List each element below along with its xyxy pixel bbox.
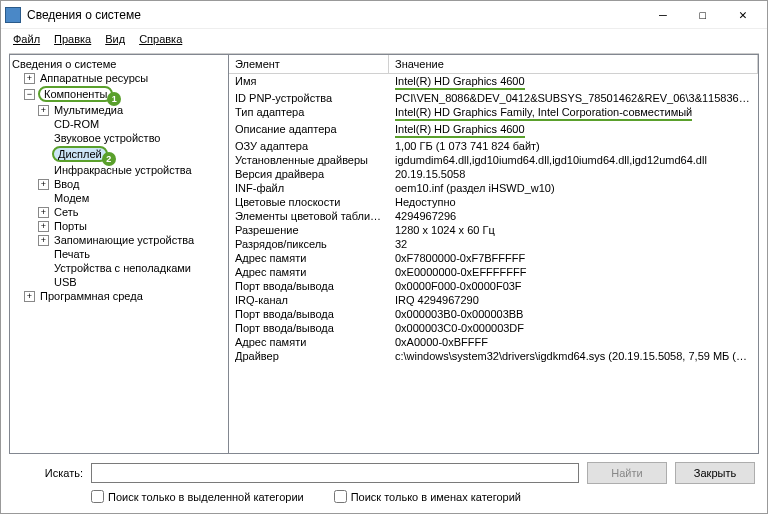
detail-key: Порт ввода/вывода bbox=[229, 321, 389, 335]
detail-key: ID PNP-устройства bbox=[229, 91, 389, 105]
check-category-only-box[interactable] bbox=[91, 490, 104, 503]
tree-infrared[interactable]: Инфракрасные устройства bbox=[10, 163, 228, 177]
tree-print[interactable]: Печать bbox=[10, 247, 228, 261]
detail-key: INF-файл bbox=[229, 181, 389, 195]
detail-row[interactable]: Версия драйвера20.19.15.5058 bbox=[229, 167, 758, 181]
detail-row[interactable]: Порт ввода/вывода0x000003C0-0x000003DF bbox=[229, 321, 758, 335]
check-names-only-box[interactable] bbox=[334, 490, 347, 503]
window-title: Сведения о системе bbox=[27, 8, 643, 22]
detail-key: Имя bbox=[229, 74, 389, 91]
tree-root[interactable]: Сведения о системе bbox=[10, 57, 228, 71]
detail-key: IRQ-канал bbox=[229, 293, 389, 307]
detail-key: Элементы цветовой таблицы bbox=[229, 209, 389, 223]
detail-row[interactable]: Установленные драйверыigdumdim64.dll,igd… bbox=[229, 153, 758, 167]
tree-usb[interactable]: USB bbox=[10, 275, 228, 289]
menu-edit[interactable]: Правка bbox=[48, 31, 97, 47]
detail-key: Разрешение bbox=[229, 223, 389, 237]
detail-value: 1280 x 1024 x 60 Гц bbox=[389, 223, 758, 237]
detail-row[interactable]: INF-файлoem10.inf (раздел iHSWD_w10) bbox=[229, 181, 758, 195]
detail-body[interactable]: ИмяIntel(R) HD Graphics 4600ID PNP-устро… bbox=[229, 74, 758, 453]
detail-key: Цветовые плоскости bbox=[229, 195, 389, 209]
detail-value: 4294967296 bbox=[389, 209, 758, 223]
detail-value: 0x000003B0-0x000003BB bbox=[389, 307, 758, 321]
search-label: Искать: bbox=[13, 467, 83, 479]
detail-value: 0xA0000-0xBFFFF bbox=[389, 335, 758, 349]
detail-header: Элемент Значение bbox=[229, 55, 758, 74]
detail-key: ОЗУ адаптера bbox=[229, 139, 389, 153]
expand-icon[interactable]: + bbox=[38, 207, 49, 218]
tree-sound[interactable]: Звуковое устройство bbox=[10, 131, 228, 145]
detail-value: Intel(R) HD Graphics Family, Intel Corpo… bbox=[389, 105, 758, 122]
expand-icon[interactable]: + bbox=[38, 179, 49, 190]
detail-value: 0xF7800000-0xF7BFFFFF bbox=[389, 251, 758, 265]
minimize-button[interactable]: — bbox=[643, 3, 683, 27]
tree-multimedia[interactable]: +Мультимедиа bbox=[10, 103, 228, 117]
collapse-icon[interactable]: − bbox=[24, 89, 35, 100]
tree-cdrom[interactable]: CD-ROM bbox=[10, 117, 228, 131]
search-input[interactable] bbox=[91, 463, 579, 483]
detail-row[interactable]: ИмяIntel(R) HD Graphics 4600 bbox=[229, 74, 758, 91]
detail-row[interactable]: ID PNP-устройстваPCI\VEN_8086&DEV_0412&S… bbox=[229, 91, 758, 105]
detail-key: Адрес памяти bbox=[229, 251, 389, 265]
column-value[interactable]: Значение bbox=[389, 55, 758, 73]
detail-value: IRQ 4294967290 bbox=[389, 293, 758, 307]
detail-row[interactable]: Разрядов/пиксель32 bbox=[229, 237, 758, 251]
expand-icon[interactable]: + bbox=[38, 235, 49, 246]
detail-row[interactable]: Элементы цветовой таблицы4294967296 bbox=[229, 209, 758, 223]
menu-help[interactable]: Справка bbox=[133, 31, 188, 47]
detail-row[interactable]: Адрес памяти0xE0000000-0xEFFFFFFF bbox=[229, 265, 758, 279]
maximize-button[interactable]: ☐ bbox=[683, 3, 723, 27]
close-dialog-button[interactable]: Закрыть bbox=[675, 462, 755, 484]
detail-value: Intel(R) HD Graphics 4600 bbox=[389, 122, 758, 139]
tree-storage[interactable]: +Запоминающие устройства bbox=[10, 233, 228, 247]
detail-row[interactable]: Адрес памяти0xA0000-0xBFFFF bbox=[229, 335, 758, 349]
close-button[interactable]: ✕ bbox=[723, 3, 763, 27]
annotation-badge-2: 2 bbox=[102, 152, 116, 166]
detail-key: Порт ввода/вывода bbox=[229, 307, 389, 321]
tree-pane[interactable]: Сведения о системе +Аппаратные ресурсы −… bbox=[9, 54, 229, 454]
detail-row[interactable]: IRQ-каналIRQ 4294967290 bbox=[229, 293, 758, 307]
detail-value: Недоступно bbox=[389, 195, 758, 209]
column-element[interactable]: Элемент bbox=[229, 55, 389, 73]
tree-software[interactable]: +Программная среда bbox=[10, 289, 228, 303]
detail-row[interactable]: Разрешение1280 x 1024 x 60 Гц bbox=[229, 223, 758, 237]
find-button[interactable]: Найти bbox=[587, 462, 667, 484]
detail-key: Установленные драйверы bbox=[229, 153, 389, 167]
detail-row[interactable]: Описание адаптераIntel(R) HD Graphics 46… bbox=[229, 122, 758, 139]
detail-row[interactable]: Тип адаптераIntel(R) HD Graphics Family,… bbox=[229, 105, 758, 122]
tree-components[interactable]: −Компоненты1 bbox=[10, 85, 228, 103]
detail-row[interactable]: Цветовые плоскостиНедоступно bbox=[229, 195, 758, 209]
detail-value: 0x000003C0-0x000003DF bbox=[389, 321, 758, 335]
menu-view[interactable]: Вид bbox=[99, 31, 131, 47]
detail-row[interactable]: Порт ввода/вывода0x000003B0-0x000003BB bbox=[229, 307, 758, 321]
detail-value: 0xE0000000-0xEFFFFFFF bbox=[389, 265, 758, 279]
detail-key: Версия драйвера bbox=[229, 167, 389, 181]
detail-key: Тип адаптера bbox=[229, 105, 389, 122]
tree-input[interactable]: +Ввод bbox=[10, 177, 228, 191]
detail-pane: Элемент Значение ИмяIntel(R) HD Graphics… bbox=[229, 54, 759, 454]
tree-network[interactable]: +Сеть bbox=[10, 205, 228, 219]
detail-row[interactable]: ОЗУ адаптера1,00 ГБ (1 073 741 824 байт) bbox=[229, 139, 758, 153]
expand-icon[interactable]: + bbox=[24, 291, 35, 302]
check-names-only[interactable]: Поиск только в именах категорий bbox=[334, 490, 521, 503]
check-category-only[interactable]: Поиск только в выделенной категории bbox=[91, 490, 304, 503]
detail-row[interactable]: Порт ввода/вывода0x0000F000-0x0000F03F bbox=[229, 279, 758, 293]
menu-file[interactable]: Файл bbox=[7, 31, 46, 47]
detail-value: c:\windows\system32\drivers\igdkmd64.sys… bbox=[389, 349, 758, 363]
detail-row[interactable]: Драйверc:\windows\system32\drivers\igdkm… bbox=[229, 349, 758, 363]
tree-problem-devices[interactable]: Устройства с неполадками bbox=[10, 261, 228, 275]
detail-key: Адрес памяти bbox=[229, 335, 389, 349]
detail-key: Разрядов/пиксель bbox=[229, 237, 389, 251]
detail-key: Адрес памяти bbox=[229, 265, 389, 279]
expand-icon[interactable]: + bbox=[24, 73, 35, 84]
app-icon bbox=[5, 7, 21, 23]
tree-hardware[interactable]: +Аппаратные ресурсы bbox=[10, 71, 228, 85]
tree-ports[interactable]: +Порты bbox=[10, 219, 228, 233]
expand-icon[interactable]: + bbox=[38, 105, 49, 116]
detail-row[interactable]: Адрес памяти0xF7800000-0xF7BFFFFF bbox=[229, 251, 758, 265]
tree-modem[interactable]: Модем bbox=[10, 191, 228, 205]
detail-value: 1,00 ГБ (1 073 741 824 байт) bbox=[389, 139, 758, 153]
tree-display[interactable]: Дисплей2 bbox=[10, 145, 228, 163]
expand-icon[interactable]: + bbox=[38, 221, 49, 232]
detail-value: 0x0000F000-0x0000F03F bbox=[389, 279, 758, 293]
